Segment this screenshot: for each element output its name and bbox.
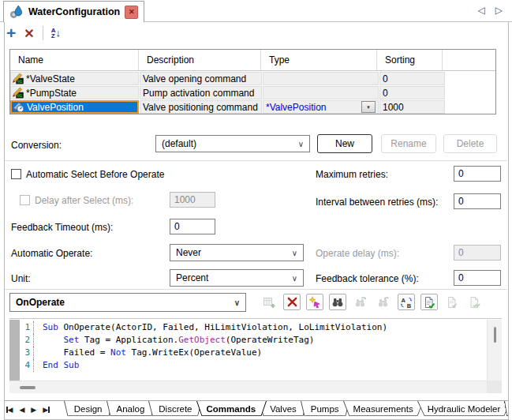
analog-command-icon bbox=[13, 101, 24, 113]
cell-filler bbox=[446, 72, 495, 85]
tab-scroll-right-icon[interactable]: ▷ bbox=[495, 5, 503, 16]
cell-filler bbox=[446, 86, 495, 99]
tag-name: *ValveState bbox=[26, 73, 75, 84]
delay-after-select-label: Delay after Select (ms): bbox=[35, 195, 133, 206]
replace-icon[interactable]: AB bbox=[398, 294, 415, 310]
code-text: Sub OnOperate(ActorID, Failed, HiLimitVi… bbox=[34, 321, 387, 334]
find-next-icon bbox=[352, 294, 369, 310]
sheet-tab-discrete[interactable]: Discrete bbox=[148, 401, 202, 418]
cell-name[interactable]: 01*ValveState bbox=[10, 72, 139, 85]
feedback-tolerance-input[interactable] bbox=[454, 270, 501, 286]
feedback-timeout-label: Feedback Timeout (ms): bbox=[11, 222, 113, 233]
horizontal-scrollbar-thumb[interactable] bbox=[20, 386, 36, 389]
top-tab-strip: WaterConfiguration ✕ ◁ ▷ bbox=[0, 0, 512, 22]
code-line[interactable]: 2 Set Tag = Application.GetObject(Operat… bbox=[9, 334, 487, 347]
code-line[interactable]: 3 Failed = Not Tag.WriteEx(OperateValue) bbox=[9, 347, 487, 359]
automatic-operate-combo[interactable]: Never ∨ bbox=[170, 244, 304, 261]
sheet-tab-commands[interactable]: Commands bbox=[196, 401, 267, 418]
delete-button: Delete bbox=[443, 134, 497, 153]
maximum-retries-label: Maximum retries: bbox=[316, 169, 388, 180]
tab-label: Commands bbox=[207, 404, 256, 414]
goto-icon[interactable] bbox=[306, 294, 323, 310]
sheet-tab-measurements[interactable]: Measurements bbox=[343, 401, 424, 418]
tab-label: Analog bbox=[117, 404, 145, 414]
line-number: 1 bbox=[9, 321, 34, 334]
maximum-retries-input[interactable] bbox=[454, 166, 501, 182]
sheet-tab-hydraulic-modeler[interactable]: Hydraulic Modeler bbox=[417, 401, 508, 418]
new-button[interactable]: New bbox=[317, 134, 372, 153]
grid-header-row: Name Description Type Sorting bbox=[10, 50, 495, 71]
validate-icon[interactable] bbox=[420, 294, 438, 310]
table-row[interactable]: ValvePositionValve positioning command*V… bbox=[10, 100, 495, 114]
code-lines: 1Sub OnOperate(ActorID, Failed, HiLimitV… bbox=[9, 321, 487, 372]
code-line[interactable]: 4End Sub bbox=[9, 359, 487, 372]
delete-script-icon[interactable] bbox=[283, 294, 301, 310]
auto-select-checkbox[interactable] bbox=[11, 169, 21, 179]
cell-type[interactable] bbox=[263, 86, 379, 99]
section-divider bbox=[5, 289, 507, 290]
unit-value: Percent bbox=[176, 272, 208, 283]
editor-vertical-scrollbar[interactable] bbox=[487, 320, 502, 381]
tab-water-configuration[interactable]: WaterConfiguration ✕ bbox=[3, 1, 144, 22]
cell-description[interactable]: Valve opening command bbox=[140, 72, 262, 85]
delay-after-select-input bbox=[170, 192, 215, 208]
cell-description[interactable]: Pump activation command bbox=[140, 86, 262, 99]
column-header-name[interactable]: Name bbox=[10, 50, 139, 70]
first-sheet-icon[interactable]: ◀ bbox=[6, 406, 13, 414]
sort-az-icon[interactable]: AZ ↓ bbox=[51, 28, 61, 39]
operate-delay-label: Operate delay (ms): bbox=[316, 248, 399, 259]
editor-horizontal-scrollbar[interactable] bbox=[9, 381, 487, 393]
validate-all-icon bbox=[466, 294, 484, 310]
next-sheet-icon[interactable]: ▶ bbox=[31, 406, 36, 414]
tab-shape bbox=[504, 401, 508, 416]
cell-description[interactable]: Valve positioning command bbox=[140, 100, 262, 114]
last-sheet-icon[interactable]: ▶ bbox=[43, 406, 49, 414]
conversion-combo[interactable]: (default) ∨ bbox=[155, 135, 310, 152]
column-header-description[interactable]: Description bbox=[139, 50, 261, 70]
tab-label: Valves bbox=[270, 404, 297, 414]
frame-right-border bbox=[508, 21, 509, 420]
add-command-icon[interactable]: + bbox=[6, 25, 16, 41]
cell-filler bbox=[446, 100, 495, 114]
svg-text:B: B bbox=[407, 302, 412, 309]
tab-scroll-left-icon[interactable]: ◁ bbox=[478, 5, 485, 16]
cell-sorting[interactable]: 0 bbox=[379, 72, 445, 85]
digital-command-icon: 01 bbox=[12, 87, 24, 99]
close-icon[interactable]: ✕ bbox=[125, 6, 138, 19]
chevron-down-icon: ∨ bbox=[234, 298, 240, 307]
table-row[interactable]: 01*ValveStateValve opening command0 bbox=[10, 72, 495, 85]
code-text: Set Tag = Application.GetObject(OperateW… bbox=[34, 334, 314, 347]
vertical-scrollbar-thumb[interactable] bbox=[494, 327, 496, 343]
automatic-operate-value: Never bbox=[176, 247, 201, 258]
find-previous-icon bbox=[375, 294, 392, 310]
column-header-sorting[interactable]: Sorting bbox=[377, 50, 443, 70]
script-event-combo[interactable]: OnOperate ∨ bbox=[9, 293, 246, 312]
type-dropdown-icon[interactable]: ▼ bbox=[361, 101, 376, 113]
feedback-timeout-input[interactable] bbox=[170, 219, 215, 234]
cell-name[interactable]: ValvePosition bbox=[10, 100, 139, 114]
chevron-down-icon: ∨ bbox=[292, 274, 297, 283]
script-code-editor[interactable]: 1Sub OnOperate(ActorID, Failed, HiLimitV… bbox=[9, 318, 502, 393]
sheet-tab-analog[interactable]: Analog bbox=[107, 401, 155, 418]
sheet-tab-pumps[interactable]: Pumps bbox=[301, 401, 349, 418]
rename-button: Rename bbox=[381, 134, 436, 153]
code-line[interactable]: 1Sub OnOperate(ActorID, Failed, HiLimitV… bbox=[9, 321, 487, 334]
cell-type[interactable] bbox=[263, 72, 379, 85]
tab-label: Discrete bbox=[159, 404, 192, 414]
find-icon[interactable] bbox=[329, 294, 346, 310]
cell-sorting[interactable]: 0 bbox=[379, 86, 445, 99]
svg-text:A: A bbox=[402, 296, 406, 303]
previous-sheet-icon[interactable]: ◀ bbox=[19, 406, 24, 414]
cell-type[interactable]: *ValvePosition▼ bbox=[263, 100, 379, 114]
interval-retries-input[interactable] bbox=[454, 193, 501, 209]
table-row[interactable]: 01*PumpStatePump activation command0 bbox=[10, 86, 495, 99]
unit-combo[interactable]: Percent ∨ bbox=[170, 269, 304, 287]
cell-name[interactable]: 01*PumpState bbox=[10, 86, 139, 99]
grid-toolbar: + ✕ AZ ↓ bbox=[6, 23, 61, 43]
cell-sorting[interactable]: 1000 bbox=[379, 100, 445, 114]
column-header-type[interactable]: Type bbox=[261, 50, 377, 70]
code-text: End Sub bbox=[34, 359, 79, 372]
delete-command-icon[interactable]: ✕ bbox=[24, 26, 34, 41]
chevron-down-icon: ∨ bbox=[298, 140, 304, 148]
sheet-tab-design[interactable]: Design bbox=[64, 401, 113, 418]
